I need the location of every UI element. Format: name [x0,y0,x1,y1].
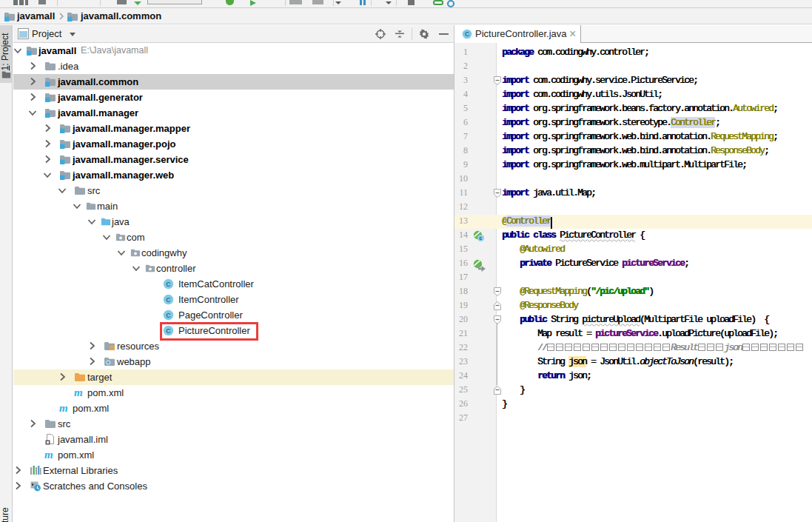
svg-text:c: c [480,235,483,241]
svg-text:C: C [166,312,171,319]
svg-text:C: C [166,296,171,304]
svg-text:C: C [166,281,171,288]
svg-text:C: C [465,30,469,38]
